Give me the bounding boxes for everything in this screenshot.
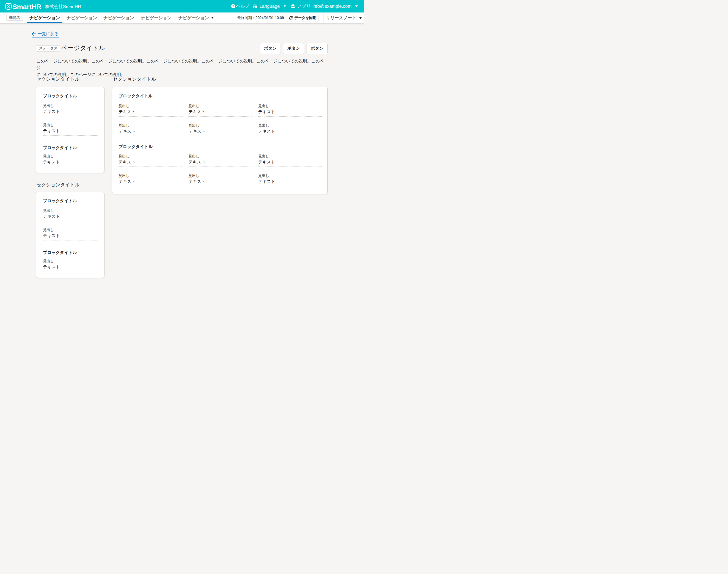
svg-text:?: ? (232, 5, 234, 8)
